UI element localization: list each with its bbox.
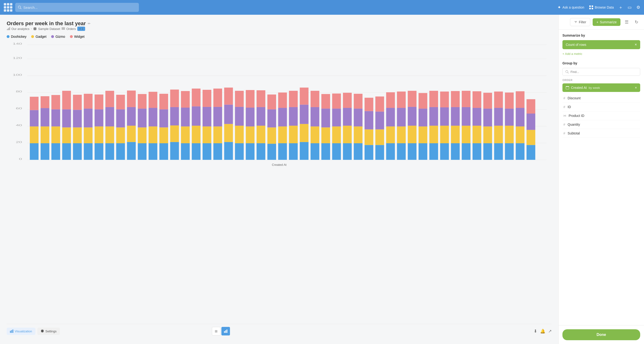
summarize-button[interactable]: + Summarize [593,18,620,26]
svg-rect-172 [429,91,438,107]
svg-rect-164 [408,91,417,107]
svg-rect-157 [397,143,406,160]
remove-metric-button[interactable]: × [635,42,637,47]
share-button[interactable]: ↗ [548,329,552,334]
svg-rect-61 [138,143,146,160]
svg-rect-93 [224,142,233,160]
svg-rect-122 [300,124,308,142]
svg-rect-181 [462,143,471,160]
svg-rect-33 [62,143,71,160]
dataset-icon [33,27,36,30]
settings-icon[interactable]: ⚙ [636,5,640,10]
svg-rect-133 [332,143,341,160]
svg-rect-189 [483,143,492,160]
svg-rect-198 [505,126,514,143]
svg-rect-139 [343,108,352,126]
legend-widget: Widget [70,35,85,38]
breadcrumb-table[interactable]: Orders [66,27,76,31]
page-title: Orders per week in the last year [7,20,86,27]
browse-data-link[interactable]: Browse Data [589,5,614,9]
done-button[interactable]: Done [562,329,640,340]
svg-text:40: 40 [16,124,22,127]
svg-rect-201 [516,143,524,160]
chart-container: 0 20 40 60 80 100 120 140 [7,42,552,320]
done-section: Done [558,325,644,344]
svg-rect-120 [289,91,298,107]
group-item-quantity[interactable]: # Quantity [562,120,640,129]
svg-rect-76 [170,90,179,107]
group-item-subtotal[interactable]: # Subtotal [562,129,640,138]
svg-rect-106 [256,126,266,143]
panel-content: Summarize by Count of rows × + Add a met… [558,30,644,325]
svg-rect-159 [397,108,406,126]
svg-rect-36 [62,91,71,109]
svg-text:80: 80 [16,90,22,93]
svg-rect-22 [30,126,38,143]
add-metric-button[interactable]: + Add a metric [562,51,640,59]
svg-text:140: 140 [12,42,22,45]
svg-rect-215 [12,330,14,333]
svg-rect-101 [246,143,254,160]
group-item-id[interactable]: # ID [562,103,640,111]
legend-gadget: Gadget [31,35,46,38]
search-icon [18,6,22,9]
refresh-button[interactable]: ↻ [633,17,640,27]
svg-rect-132 [321,94,330,109]
svg-text:120: 120 [12,56,22,59]
svg-rect-112 [267,94,276,109]
svg-rect-43 [84,109,92,127]
svg-rect-64 [138,94,146,109]
svg-rect-90 [213,126,222,143]
bar-chart-view-button[interactable] [222,327,230,336]
svg-rect-123 [300,105,308,124]
group-by-search[interactable] [562,68,640,76]
search-input[interactable] [23,5,136,9]
group-item-discount[interactable]: # Discount [562,94,640,103]
svg-rect-168 [418,93,427,109]
bottom-actions: ⬇ 🔔 ↗ [534,329,552,334]
svg-rect-155 [386,108,395,126]
svg-rect-193 [494,143,503,160]
download-button[interactable]: ⬇ [534,329,537,334]
ask-question-link[interactable]: ✦ Ask a question [558,5,584,10]
svg-rect-194 [494,126,503,143]
filter-button[interactable]: Filter [570,18,590,26]
filter-badge[interactable]: ≡ 1 [77,27,86,31]
breadcrumb-analytics[interactable]: Our analytics [12,27,30,31]
svg-rect-195 [494,108,503,126]
svg-rect-59 [127,107,136,126]
add-icon[interactable]: ＋ [618,4,623,10]
sort-icon-button[interactable]: ☰ [623,17,630,27]
svg-rect-141 [354,143,363,160]
svg-rect-178 [451,126,460,143]
analytics-icon [7,27,10,30]
count-of-rows-chip[interactable]: Count of rows × [562,40,640,49]
svg-rect-156 [386,92,395,108]
table-view-button[interactable]: ⊞ [212,327,220,336]
legend-dot-gizmo [51,35,54,38]
group-item-product-id[interactable]: ⋈ Product ID [562,111,640,120]
remove-group-button[interactable]: × [635,86,637,90]
visualization-button[interactable]: Visualization [7,328,36,335]
alert-button[interactable]: 🔔 [540,329,545,334]
edit-title-icon[interactable]: ✏ [88,22,90,25]
svg-rect-200 [505,92,514,109]
svg-rect-62 [138,127,146,143]
svg-rect-89 [213,143,222,160]
settings-button[interactable]: Settings [37,328,60,335]
bookmark-icon[interactable]: ▭ [628,5,632,10]
created-at-group-chip[interactable]: Created At by week × [562,83,640,92]
svg-rect-170 [429,126,438,143]
svg-rect-74 [170,125,179,142]
svg-rect-128 [310,91,320,107]
group-by-search-input[interactable] [570,70,637,74]
svg-rect-44 [84,94,92,109]
svg-rect-58 [127,126,136,142]
svg-rect-78 [181,126,190,143]
svg-rect-129 [321,143,330,160]
svg-rect-147 [364,111,373,129]
search-bar[interactable] [15,3,139,12]
svg-rect-119 [289,107,298,126]
svg-rect-110 [267,127,276,144]
breadcrumb-dataset[interactable]: Sample Dataset [38,27,60,31]
